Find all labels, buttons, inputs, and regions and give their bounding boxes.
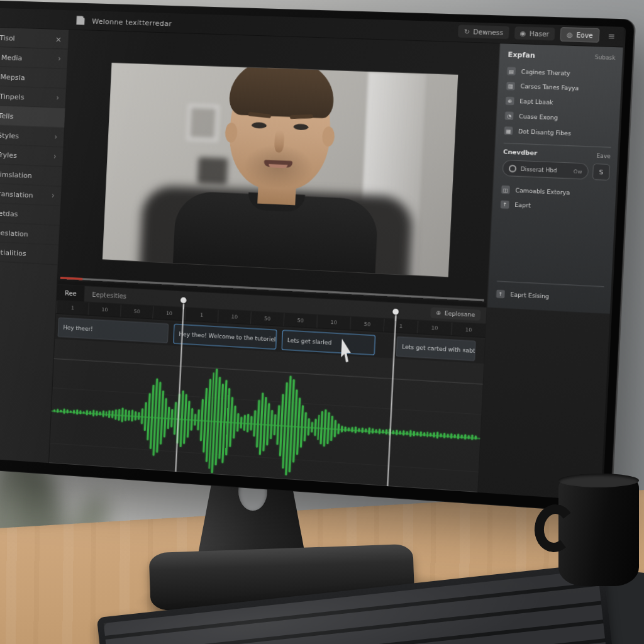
waveform-bar bbox=[253, 410, 256, 436]
button-label: Eove bbox=[576, 31, 593, 39]
sidebar-item-media[interactable]: ▶Media› bbox=[0, 47, 68, 69]
button-label: Haser bbox=[530, 30, 550, 38]
waveform-bar bbox=[314, 419, 316, 436]
export-timing-item[interactable]: ↑ Eaprt Esising bbox=[496, 286, 604, 307]
waveform-bar bbox=[229, 397, 233, 447]
presenter-mouth bbox=[264, 160, 292, 167]
sidebar-item-label: Tells bbox=[0, 111, 58, 121]
monitor: Welonne texitterredar ↻Dewness◉Haser◍Eov… bbox=[0, 0, 636, 513]
panel-item-label: Cuase Exong bbox=[519, 113, 558, 121]
waveform-bar bbox=[243, 415, 246, 431]
waveform-bar bbox=[92, 410, 95, 416]
waveform-bar bbox=[385, 429, 387, 435]
panel-item-dot-disantg-fibes[interactable]: ▦Dot Disantg Fibes bbox=[504, 123, 612, 142]
panel-item-label: Camoabls Extorya bbox=[515, 187, 570, 196]
sidebar-item-tells[interactable]: TTells bbox=[0, 105, 65, 128]
sidebar-item-tinpels[interactable]: ◫Tinpels› bbox=[0, 86, 66, 108]
sidebar-item-petialitios[interactable]: ◉Petialitios bbox=[0, 241, 58, 265]
waveform-bar bbox=[457, 434, 460, 440]
video-player: 2:03 / 20:08 00:10 bbox=[57, 30, 499, 308]
explore-button[interactable]: ⊕ Eeplosane bbox=[430, 307, 481, 320]
subtitle-block-4[interactable]: Lets get carted with sabtitlng! bbox=[396, 336, 476, 361]
waveform-bar bbox=[96, 411, 97, 416]
waveform-bar bbox=[144, 402, 147, 431]
waveform-bar bbox=[355, 426, 357, 433]
export-link-icon: ⊕ bbox=[506, 97, 514, 105]
ruler-tick: 10 bbox=[451, 323, 486, 337]
waveform-bar bbox=[375, 429, 377, 433]
export-panel-footer: ↑ Eaprt Esising bbox=[496, 276, 604, 307]
waveform-bar bbox=[440, 433, 443, 438]
waveform-bar bbox=[409, 430, 411, 436]
eove-button[interactable]: ◍Eove bbox=[560, 27, 599, 43]
sidebar-item-label: Teeslation bbox=[0, 228, 53, 239]
sidebar-title: Tisol bbox=[0, 33, 55, 43]
button-label: Dewness bbox=[473, 28, 503, 36]
waveform-bar bbox=[138, 413, 140, 420]
waveform-bar bbox=[338, 423, 340, 434]
sidebar-item-tryles[interactable]: ▦Tryles› bbox=[0, 144, 64, 167]
timeline-tab[interactable]: Ree bbox=[57, 284, 85, 301]
waveform-bar bbox=[311, 422, 313, 433]
waveform-bar bbox=[450, 433, 453, 439]
waveform-bar bbox=[115, 409, 118, 420]
subtitle-block-2[interactable]: Hey theo! Welcome to the tutoriel! bbox=[173, 324, 277, 350]
panel-item-label: Carses Tanes Fayya bbox=[520, 83, 579, 92]
waveform-bar bbox=[76, 409, 78, 414]
close-icon[interactable]: × bbox=[55, 35, 62, 44]
sidebar-item-retdas[interactable]: ⌂Retdas bbox=[0, 202, 60, 226]
waveform-bar bbox=[66, 409, 68, 414]
waveform-bar bbox=[60, 409, 62, 413]
waveform-bar bbox=[99, 411, 101, 416]
wall-picture-frame bbox=[186, 104, 220, 142]
waveform-bar bbox=[365, 428, 367, 433]
waveform-bar bbox=[475, 435, 477, 440]
waveform-bar bbox=[348, 427, 350, 431]
sidebar-item-label: Styles bbox=[0, 131, 48, 141]
waveform-bar bbox=[170, 409, 174, 428]
waveform-bar bbox=[416, 431, 418, 436]
dewness-button[interactable]: ↻Dewness bbox=[458, 25, 509, 39]
video-frame[interactable] bbox=[103, 63, 458, 277]
voice-submit-button[interactable]: S bbox=[592, 164, 610, 180]
waveform-bar bbox=[167, 406, 170, 430]
sidebar-item-translation[interactable]: ⊕Translation› bbox=[0, 182, 62, 206]
sidebar-item-timslation[interactable]: ♪Timslation bbox=[0, 164, 62, 187]
waveform-bar bbox=[250, 416, 253, 431]
waveform-bar bbox=[102, 411, 104, 417]
compose-settings-icon: ◫ bbox=[501, 186, 510, 194]
audio-track[interactable] bbox=[48, 339, 484, 501]
export-panel-header: Expfan Subask bbox=[508, 51, 615, 62]
export-icon: ↑ bbox=[501, 201, 509, 209]
waveform-bar bbox=[368, 428, 370, 434]
timeline: Ree Eeptesities ⊕ Eeplosane 110501011050… bbox=[48, 284, 486, 501]
sidebar-item-teeslation[interactable]: ▥Teeslation bbox=[0, 221, 60, 245]
waveform-bar bbox=[53, 409, 55, 412]
ruler-tick: 50 bbox=[283, 313, 317, 328]
waveform-bar bbox=[454, 434, 457, 438]
captions-template-icon: ▤ bbox=[507, 67, 516, 75]
chevron-right-icon: › bbox=[52, 191, 55, 200]
presenter-eye bbox=[251, 122, 266, 128]
wall-shelf-object bbox=[197, 157, 228, 185]
voice-section-action[interactable]: Eave bbox=[596, 152, 611, 159]
sidebar-item-styles[interactable]: ◔Styles› bbox=[0, 125, 64, 148]
export-panel-action[interactable]: Subask bbox=[595, 54, 616, 61]
subtitle-block-3[interactable]: Lets get slarled bbox=[282, 330, 376, 355]
presenter-eye bbox=[293, 124, 308, 130]
timeline-mode-label: Eeptesities bbox=[92, 291, 126, 299]
waveform-bar bbox=[240, 416, 243, 429]
sidebar-item-label: Petialitios bbox=[0, 248, 52, 258]
haser-button[interactable]: ◉Haser bbox=[514, 26, 555, 41]
export-panel-items-secondary: ◫Camoabls Extorya↑Eaprt bbox=[501, 182, 609, 217]
waveform-bar bbox=[341, 426, 343, 432]
sidebar-item-mepsla[interactable]: ▤Mepsla bbox=[0, 66, 67, 89]
menu-icon[interactable]: ≡ bbox=[605, 31, 618, 41]
waveform-bar bbox=[135, 411, 137, 421]
presenter-head bbox=[227, 64, 333, 192]
waveform-bar bbox=[461, 435, 464, 439]
divider bbox=[497, 281, 604, 287]
project-title: Welonne texitterredar bbox=[92, 17, 172, 27]
waveform-bar bbox=[392, 430, 394, 435]
ruler-tick: 10 bbox=[88, 303, 121, 317]
